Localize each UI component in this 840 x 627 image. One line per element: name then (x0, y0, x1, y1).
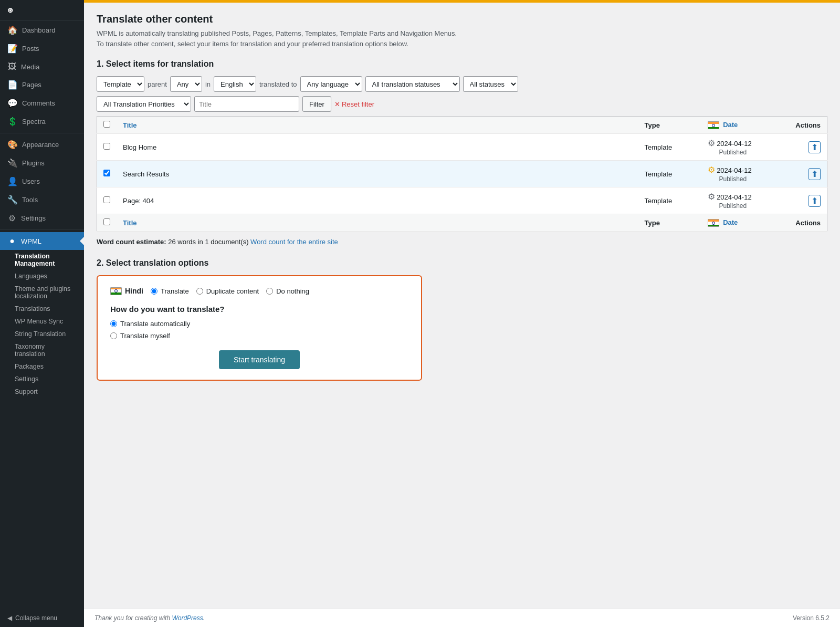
date-sort-link[interactable]: Date (723, 121, 738, 129)
word-count-line: Word count estimate: 26 words in 1 docum… (97, 238, 827, 246)
row1-title-cell: Blog Home (117, 134, 638, 161)
row3-check-cell (97, 187, 117, 214)
date-header: Date (701, 117, 785, 134)
row2-actions-cell: ⬆ (785, 161, 827, 187)
sidebar-label-posts: Posts (22, 45, 39, 53)
language-select[interactable]: English Hindi (214, 76, 256, 92)
sidebar-label-settings: Settings (21, 214, 46, 222)
word-count-label: Word count estimate: (97, 238, 166, 246)
row3-title: Page: 404 (123, 197, 154, 205)
row1-type-cell: Template (638, 134, 701, 161)
content-type-select[interactable]: Template Page Post (97, 76, 144, 92)
sidebar-sub-languages[interactable]: Languages (0, 270, 84, 283)
wordpress-link[interactable]: WordPress (172, 614, 203, 622)
sidebar-sub-theme-plugins[interactable]: Theme and plugins localization (0, 283, 84, 302)
wp-logo-icon: ⊛ (7, 6, 13, 14)
section1-title: 1. Select items for translation (97, 59, 827, 69)
auto-translate-option[interactable]: Translate automatically (110, 320, 408, 328)
row2-date-cell: ⚙ 2024-04-12 Published (701, 161, 785, 187)
how-to-translate-title: How do you want to translate? (110, 305, 408, 314)
sidebar-item-posts[interactable]: 📝 Posts (0, 39, 84, 58)
duplicate-option[interactable]: Duplicate content (196, 287, 259, 295)
title-filter-input[interactable] (194, 96, 299, 112)
footer-title-link[interactable]: Title (123, 219, 137, 227)
myself-translate-option[interactable]: Translate myself (110, 332, 408, 340)
version-text: Version 6.5.2 (793, 614, 830, 622)
type-header: Type (638, 117, 701, 134)
hindi-flag (110, 287, 122, 295)
row1-checkbox[interactable] (103, 143, 110, 150)
duplicate-radio[interactable] (196, 288, 203, 295)
do-nothing-option[interactable]: Do nothing (266, 287, 309, 295)
page-description: WPML is automatically translating publis… (97, 28, 827, 49)
sidebar-label-comments: Comments (22, 99, 55, 107)
all-priorities-select[interactable]: All Translation Priorities High Normal L… (97, 96, 191, 112)
sidebar-item-settings[interactable]: ⚙ Settings (0, 209, 84, 227)
translated-to-label: translated to (259, 80, 297, 88)
spectra-icon: 💲 (7, 117, 18, 127)
hindi-lang-name: Hindi (110, 287, 143, 295)
row1-title: Blog Home (123, 143, 156, 151)
sidebar-sub-translation-management[interactable]: Translation Management (0, 250, 84, 270)
do-nothing-radio[interactable] (266, 288, 273, 295)
footer-text: Thank you for creating with WordPress. (94, 614, 205, 622)
collapse-menu-button[interactable]: ◀ Collapse menu (0, 609, 84, 627)
row3-status: Published (719, 202, 747, 210)
sidebar-item-appearance[interactable]: 🎨 Appearance (0, 135, 84, 154)
sidebar-item-spectra[interactable]: 💲 Spectra (0, 112, 84, 131)
select-all-checkbox[interactable] (103, 121, 110, 128)
select-all-cell (97, 117, 117, 134)
sidebar-logo: ⊛ (0, 0, 84, 21)
items-table: Title Type Date Actions (97, 116, 827, 232)
translate-radio[interactable] (151, 288, 158, 295)
sidebar-label-wpml: WPML (21, 237, 41, 245)
row1-translate-icon[interactable]: ⬆ (808, 141, 821, 153)
filter-row-1: Template Page Post parent Any in English… (97, 76, 827, 92)
sidebar-sub-support[interactable]: Support (0, 385, 84, 398)
row2-date: 2024-04-12 (717, 166, 752, 174)
sidebar-item-pages[interactable]: 📄 Pages (0, 76, 84, 94)
row3-type: Template (645, 197, 673, 205)
sidebar-label-spectra: Spectra (22, 118, 46, 126)
sidebar-item-tools[interactable]: 🔧 Tools (0, 191, 84, 209)
parent-select[interactable]: Any (170, 76, 202, 92)
footer-date-link[interactable]: Date (723, 218, 738, 226)
sidebar-item-media[interactable]: 🖼 Media (0, 58, 84, 76)
footer-select-all[interactable] (103, 218, 110, 225)
auto-translate-radio[interactable] (110, 320, 117, 327)
table-header-row: Title Type Date Actions (97, 117, 827, 134)
sidebar-item-dashboard[interactable]: 🏠 Dashboard (0, 21, 84, 39)
all-translation-statuses-select[interactable]: All translation statuses Translated Not … (365, 76, 460, 92)
sidebar-sub-wp-menus-sync[interactable]: WP Menus Sync (0, 315, 84, 328)
sidebar-item-wpml[interactable]: ● WPML (0, 232, 84, 250)
tools-icon: 🔧 (7, 195, 18, 205)
word-count-link[interactable]: Word count for the entire site (250, 238, 338, 246)
row2-checkbox[interactable] (103, 170, 110, 176)
language-row: Hindi Translate Duplicate content Do not… (110, 287, 408, 295)
row1-gear-icon: ⚙ (708, 139, 715, 148)
any-language-select[interactable]: Any language Hindi (300, 76, 362, 92)
sidebar-label-media: Media (21, 63, 39, 71)
sidebar-sub-translations[interactable]: Translations (0, 302, 84, 315)
sidebar-label-plugins: Plugins (22, 159, 45, 167)
sidebar-item-users[interactable]: 👤 Users (0, 172, 84, 191)
sidebar-item-comments[interactable]: 💬 Comments (0, 94, 84, 112)
sidebar-sub-settings[interactable]: Settings (0, 373, 84, 385)
title-sort-link[interactable]: Title (123, 121, 137, 129)
row2-translate-icon[interactable]: ⬆ (808, 168, 821, 180)
footer-title-cell: Title (117, 214, 638, 232)
row2-type-cell: Template (638, 161, 701, 187)
sidebar-sub-packages[interactable]: Packages (0, 360, 84, 373)
row3-translate-icon[interactable]: ⬆ (808, 195, 821, 207)
sidebar-sub-taxonomy-translation[interactable]: Taxonomy translation (0, 340, 84, 360)
translate-option[interactable]: Translate (151, 287, 189, 295)
myself-translate-radio[interactable] (110, 332, 117, 339)
reset-filter-link[interactable]: ✕ Reset filter (334, 100, 374, 108)
all-statuses-select[interactable]: All statuses Published Draft (463, 76, 518, 92)
filter-button[interactable]: Filter (302, 96, 331, 112)
sidebar-sub-string-translation[interactable]: String Translation (0, 328, 84, 340)
row3-date: 2024-04-12 (717, 193, 752, 201)
sidebar-item-plugins[interactable]: 🔌 Plugins (0, 154, 84, 172)
start-translating-button[interactable]: Start translating (219, 350, 300, 369)
row3-checkbox[interactable] (103, 196, 110, 203)
